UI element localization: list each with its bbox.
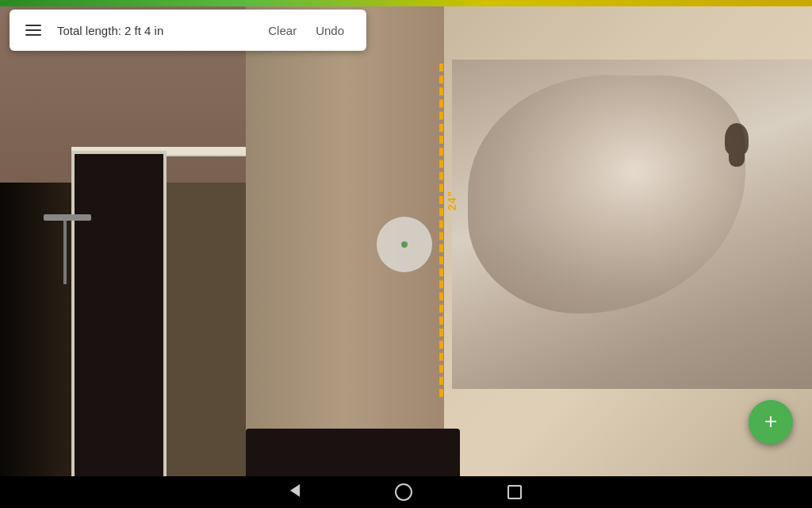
home-button[interactable] xyxy=(395,483,412,501)
camera-view: 24" xyxy=(0,0,812,476)
sofa xyxy=(246,429,460,476)
recents-button[interactable] xyxy=(508,485,522,499)
total-length-label: Total length: 2 ft 4 in xyxy=(57,24,259,37)
nav-bar xyxy=(0,476,812,508)
drag-point-center xyxy=(401,241,408,248)
artwork-swirl xyxy=(468,75,745,314)
recents-icon xyxy=(508,485,522,499)
drag-point[interactable] xyxy=(377,217,432,272)
menu-line-2 xyxy=(25,29,41,31)
artwork xyxy=(452,60,812,389)
menu-button[interactable] xyxy=(22,21,44,39)
menu-line-1 xyxy=(25,25,41,26)
plus-icon: + xyxy=(764,410,777,433)
undo-button[interactable]: Undo xyxy=(306,17,354,44)
back-arrow-icon xyxy=(290,484,300,501)
status-bar xyxy=(0,0,812,6)
measurement-label: 24" xyxy=(446,190,458,210)
lamp-pole xyxy=(63,221,67,284)
lamp-fixture xyxy=(44,214,91,221)
artwork-figure xyxy=(725,123,749,155)
measurement-line xyxy=(439,64,443,397)
back-button[interactable] xyxy=(290,484,300,501)
home-icon xyxy=(395,483,412,501)
toolbar: Total length: 2 ft 4 in Clear Undo xyxy=(10,10,366,51)
clear-button[interactable]: Clear xyxy=(259,17,306,44)
add-fab-button[interactable]: + xyxy=(749,400,793,444)
door-interior xyxy=(75,154,163,476)
menu-line-3 xyxy=(25,34,41,36)
